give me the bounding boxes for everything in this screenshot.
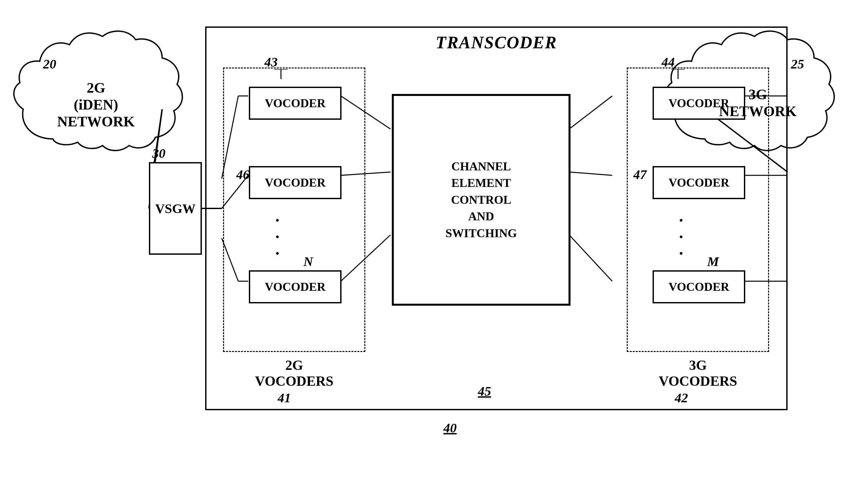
dots-3g-3: ·	[679, 244, 683, 263]
cec-box: CHANNEL ELEMENT CONTROL AND SWITCHING	[392, 94, 570, 306]
ref-44: 44	[661, 54, 675, 70]
cec-line1: CHANNEL	[452, 158, 511, 175]
vocoder-2g-1: VOCODER	[249, 87, 342, 120]
transcoder-box: TRANSCODER VOCODER VOCODER · · · N VOCOD…	[205, 27, 787, 410]
transcoder-label: TRANSCODER	[436, 33, 557, 52]
ref-42: 42	[675, 390, 688, 406]
ref-47: 47	[633, 167, 647, 182]
ref-41: 41	[278, 390, 291, 406]
ref-30: 30	[152, 146, 165, 161]
ref-40: 40	[443, 420, 457, 436]
label-3g-network: 3G NETWORK	[695, 86, 821, 120]
dashed-box-2g: VOCODER VOCODER · · · N VOCODER	[223, 67, 365, 352]
cec-line3: CONTROL	[451, 192, 511, 208]
vocoder-3g-3: VOCODER	[653, 270, 745, 303]
vocoder-2g-3: VOCODER	[249, 270, 342, 303]
dots-2g-3: ·	[275, 244, 280, 263]
ref-45: 45	[478, 383, 491, 399]
tick-43	[274, 69, 287, 83]
cec-line2: ELEMENT	[452, 175, 511, 191]
label-2g-network: 2G (iDEN) NETWORK	[33, 79, 159, 130]
label-2g-vocoders: 2G VOCODERS	[223, 357, 365, 389]
vocoder-3g-2: VOCODER	[653, 166, 745, 199]
m-label: M	[707, 254, 719, 269]
n-label: N	[304, 254, 313, 269]
ref-43: 43	[265, 54, 278, 70]
cec-line4: AND	[468, 208, 494, 225]
ref-25: 25	[791, 56, 804, 72]
vsgw-box: VSGW	[149, 162, 202, 255]
label-3g-vocoders: 3G VOCODERS	[627, 357, 769, 389]
ref-20: 20	[43, 56, 56, 72]
cec-line5: SWITCHING	[445, 225, 517, 241]
diagram: TRANSCODER VOCODER VOCODER · · · N VOCOD…	[0, 0, 868, 484]
vocoder-2g-2: VOCODER	[249, 166, 342, 199]
ref-46: 46	[236, 167, 249, 182]
tick-44	[672, 69, 685, 83]
